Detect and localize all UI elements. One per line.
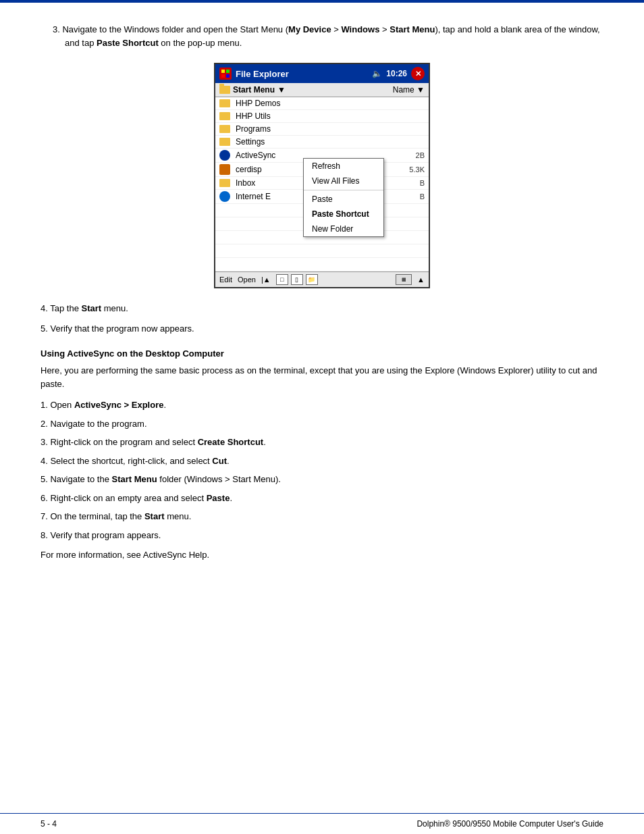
svg-rect-3 [226, 74, 230, 78]
fe-open-btn[interactable]: Open [238, 276, 256, 284]
file-size: 5.3K [409, 165, 425, 174]
list-item-empty [215, 258, 429, 271]
step-2-text: 2. Navigate to the program. [41, 419, 147, 429]
bottom-footer: 5 - 4 Dolphin® 9500/9550 Mobile Computer… [0, 813, 644, 834]
fe-name-arrow: ▼ [417, 85, 425, 95]
svg-rect-2 [221, 74, 225, 78]
section-heading: Using ActiveSync on the Desktop Computer [41, 348, 603, 359]
close-button[interactable]: ✕ [411, 67, 425, 80]
cerdisp-icon [219, 164, 230, 175]
list-item: HHP Utils [215, 110, 429, 123]
icon-box-1: □ [276, 274, 288, 285]
step-3-container: 3. Navigate to the Windows folder and op… [41, 23, 603, 49]
context-menu-item-new-folder[interactable]: New Folder [304, 221, 383, 236]
file-size: B [420, 192, 425, 201]
folder-icon [219, 99, 230, 107]
footer-note: For more information, see ActiveSync Hel… [41, 548, 603, 562]
numbered-step-7: 7. On the terminal, tap the Start menu. [41, 510, 603, 523]
screenshot-container: File Explorer 🔈 10:26 ✕ Start Menu ▼ Nam… [41, 63, 603, 288]
fe-folder-arrow: ▼ [277, 85, 286, 95]
file-explorer: File Explorer 🔈 10:26 ✕ Start Menu ▼ Nam… [214, 63, 430, 288]
step-4-number: 4. Tap the [41, 303, 81, 313]
step-3-prefix: 3. Navigate to the Windows folder and op… [53, 24, 288, 34]
step-1-num: 1. Open [41, 400, 74, 410]
step-1-period: . [163, 400, 166, 410]
activesync-icon [219, 150, 230, 161]
icon-box-3: 📁 [306, 274, 318, 285]
step-3b-period: . [263, 437, 266, 447]
fe-up-arrow: ▲ [417, 276, 425, 284]
page-content: 3. Navigate to the Windows folder and op… [0, 3, 644, 596]
step-4b-period: . [227, 456, 230, 466]
step-5-text: 5. Verify that the program now appears. [41, 323, 194, 334]
context-menu-item-viewall[interactable]: View All Files [304, 174, 383, 188]
file-size: B [420, 179, 425, 187]
speaker-icon: 🔈 [372, 69, 382, 78]
step-3b-bold: Create Shortcut [198, 437, 264, 447]
fe-statusbar-icons: □ ▯ 📁 [276, 274, 318, 285]
fe-bar-sep: |▲ [261, 276, 271, 284]
numbered-step-4: 4. Select the shortcut, right-click, and… [41, 454, 603, 468]
list-item-empty [215, 244, 429, 258]
step-4-text2: menu. [101, 303, 128, 313]
folder-icon [219, 112, 230, 120]
product-name: Dolphin® 9500/9550 Mobile Computer User'… [417, 819, 603, 829]
fe-statusbar: Edit Open |▲ □ ▯ 📁 ▦ ▲ [215, 271, 429, 287]
list-item: Programs [215, 123, 429, 136]
folder-icon [219, 86, 230, 94]
folder-icon [219, 125, 230, 133]
section-intro: Here, you are performing the same basic … [41, 364, 603, 390]
file-name: Programs [236, 124, 425, 134]
numbered-step-1: 1. Open ActiveSync > Explore. [41, 398, 603, 412]
step-8-text: 8. Verify that program appears. [41, 530, 161, 540]
step-3-bold-paste: Paste Shortcut [97, 38, 159, 48]
context-menu-item-paste[interactable]: Paste [304, 192, 383, 207]
fe-folder-name: Start Menu [233, 85, 275, 95]
fe-name-label: Name [393, 85, 414, 95]
fe-file-list: HHP Demos HHP Utils Programs Settings Ac… [215, 97, 429, 271]
step-6-period: . [230, 493, 232, 503]
step-1-bold: ActiveSync > Explore [74, 400, 164, 410]
numbered-steps: 1. Open ActiveSync > Explore. 2. Navigat… [41, 398, 603, 542]
step-5: 5. Verify that the program now appears. [41, 322, 603, 336]
context-menu-divider [304, 190, 383, 190]
context-menu-item-paste-shortcut[interactable]: Paste Shortcut [304, 207, 383, 221]
step-5b-bold: Start Menu [112, 474, 157, 484]
file-name: HHP Utils [236, 111, 425, 121]
keyboard-icon: ▦ [396, 274, 412, 285]
fe-toolbar: Start Menu ▼ Name ▼ [215, 83, 429, 97]
context-menu: Refresh View All Files Paste Paste Short… [303, 158, 384, 237]
folder-icon [219, 138, 230, 146]
file-name: Settings [236, 137, 425, 147]
step-3-bold-mydevice: My Device [288, 24, 331, 34]
windows-logo-icon [219, 68, 232, 80]
step-7-bold: Start [144, 511, 165, 521]
fe-title-text: File Explorer [236, 69, 289, 79]
numbered-step-6: 6. Right-click on an empty area and sele… [41, 492, 603, 505]
step-7-text2: menu. [165, 511, 192, 521]
step-3b-text: 3. Right-click on the program and select [41, 437, 198, 447]
step-3-text2: > [331, 24, 342, 34]
internet-icon [219, 191, 230, 202]
step-3-text5: on the pop-up menu. [159, 38, 242, 48]
list-item: Settings [215, 136, 429, 149]
step-5b-text: 5. Navigate to the [41, 474, 112, 484]
fe-edit-btn[interactable]: Edit [219, 276, 232, 284]
svg-rect-0 [221, 70, 225, 73]
file-size: 2B [416, 151, 425, 159]
step-6-bold: Paste [207, 493, 230, 503]
step-4: 4. Tap the Start menu. [41, 302, 603, 315]
step-4-bold: Start [81, 303, 101, 313]
step-4b-text: 4. Select the shortcut, right-click, and… [41, 456, 212, 466]
context-menu-item-refresh[interactable]: Refresh [304, 159, 383, 174]
numbered-step-3: 3. Right-click on the program and select… [41, 436, 603, 449]
fe-toolbar-folder: Start Menu ▼ [219, 85, 286, 95]
step-5b-text2: folder (Windows > Start Menu). [157, 474, 281, 484]
step-3-text: 3. Navigate to the Windows folder and op… [53, 23, 603, 49]
fe-time: 10:26 [386, 69, 407, 78]
numbered-step-5: 5. Navigate to the Start Menu folder (Wi… [41, 473, 603, 486]
fe-titlebar-left: File Explorer [219, 68, 289, 80]
step-4b-bold: Cut [212, 456, 227, 466]
step-7-text: 7. On the terminal, tap the [41, 511, 144, 521]
numbered-step-2: 2. Navigate to the program. [41, 417, 603, 431]
